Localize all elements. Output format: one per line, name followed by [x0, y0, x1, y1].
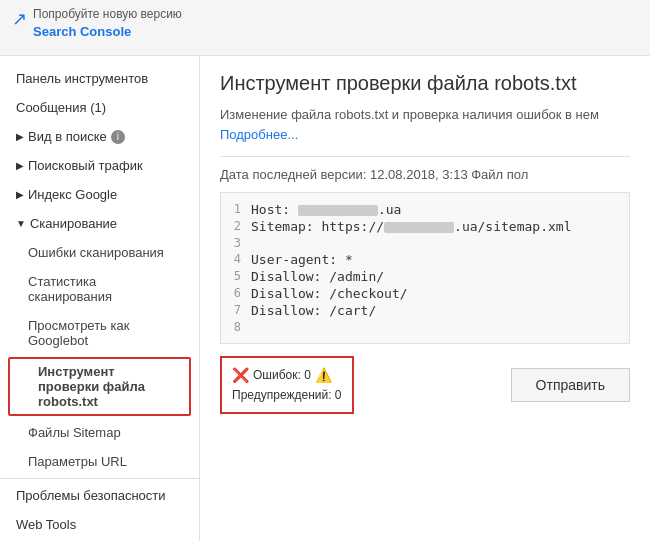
line-num-3: 3: [221, 236, 251, 250]
url-params-label: Параметры URL: [28, 454, 127, 469]
line-num-2: 2: [221, 219, 251, 234]
line-content-6: Disallow: /checkout/: [251, 286, 408, 301]
more-link[interactable]: Подробнее...: [220, 127, 298, 142]
robots-txt-code: 1 Host: .ua 2 Sitemap: https://.ua/sitem…: [220, 192, 630, 344]
code-line-1: 1 Host: .ua: [221, 201, 629, 218]
sidebar-divider: [0, 478, 199, 479]
description-text: Изменение файла robots.txt и проверка на…: [220, 107, 599, 122]
bottom-bar: ❌ Ошибок: 0 ⚠️ Предупреждений: 0 Отправи…: [220, 356, 630, 414]
sidebar-item-robots-txt[interactable]: Инструмент проверки файла robots.txt: [8, 357, 191, 416]
sidebar-item-search-traffic[interactable]: ▶ Поисковый трафик: [0, 151, 199, 180]
line-num-1: 1: [221, 202, 251, 217]
info-icon: i: [111, 130, 125, 144]
chevron-right-icon-traffic: ▶: [16, 160, 24, 171]
code-line-2: 2 Sitemap: https://.ua/sitemap.xml: [221, 218, 629, 235]
crawl-stats-label: Статистика сканирования: [28, 274, 183, 304]
line-content-7: Disallow: /cart/: [251, 303, 376, 318]
warnings-label: Предупреждений: 0: [232, 386, 342, 405]
line-content-4: User-agent: *: [251, 252, 353, 267]
errors-row: ❌ Ошибок: 0 ⚠️: [232, 364, 342, 386]
crawl-errors-label: Ошибки сканирования: [28, 245, 164, 260]
sidebar-item-search-view[interactable]: ▶ Вид в поиске i: [0, 122, 199, 151]
search-console-link[interactable]: Search Console: [33, 23, 182, 41]
chevron-right-icon-index: ▶: [16, 189, 24, 200]
sitemap-label: Файлы Sitemap: [28, 425, 121, 440]
chevron-right-icon: ▶: [16, 131, 24, 142]
content-area: Инструмент проверки файла robots.txt Изм…: [200, 56, 650, 541]
error-icon: ❌: [232, 364, 249, 386]
try-new-version-text: Попробуйте новую версию: [33, 7, 182, 21]
search-traffic-label: Поисковый трафик: [28, 158, 143, 173]
web-tools-label: Web Tools: [16, 517, 76, 532]
crawl-label: Сканирование: [30, 216, 117, 231]
code-line-3: 3: [221, 235, 629, 251]
sidebar-item-messages[interactable]: Сообщения (1): [0, 93, 199, 122]
errors-label: Ошибок: 0: [253, 366, 311, 385]
robots-txt-label: Инструмент проверки файла robots.txt: [38, 364, 175, 409]
sidebar-item-panel[interactable]: Панель инструментов: [0, 64, 199, 93]
messages-label: Сообщения (1): [16, 100, 106, 115]
sidebar-item-security[interactable]: Проблемы безопасности: [0, 481, 199, 510]
security-label: Проблемы безопасности: [16, 488, 166, 503]
line-content-5: Disallow: /admin/: [251, 269, 384, 284]
warnings-row: Предупреждений: 0: [232, 386, 342, 405]
main-layout: Панель инструментов Сообщения (1) ▶ Вид …: [0, 56, 650, 541]
submit-button[interactable]: Отправить: [511, 368, 630, 402]
chevron-down-icon-crawl: ▼: [16, 218, 26, 229]
line-num-4: 4: [221, 252, 251, 267]
fetch-as-google-label: Просмотреть как Googlebot: [28, 318, 183, 348]
warning-icon: ⚠️: [315, 364, 332, 386]
sidebar-item-crawl-stats[interactable]: Статистика сканирования: [0, 267, 199, 311]
line-num-5: 5: [221, 269, 251, 284]
line-content-2: Sitemap: https://.ua/sitemap.xml: [251, 219, 571, 234]
page-description: Изменение файла robots.txt и проверка на…: [220, 105, 630, 144]
sidebar-item-crawl[interactable]: ▼ Сканирование: [0, 209, 199, 238]
sidebar-item-sitemap[interactable]: Файлы Sitemap: [0, 418, 199, 447]
code-line-5: 5 Disallow: /admin/: [221, 268, 629, 285]
line-content-1: Host: .ua: [251, 202, 401, 217]
line-num-6: 6: [221, 286, 251, 301]
top-banner: ↗ Попробуйте новую версию Search Console: [0, 0, 650, 56]
version-info: Дата последней версии: 12.08.2018, 3:13 …: [220, 156, 630, 182]
code-line-8: 8: [221, 319, 629, 335]
page-title: Инструмент проверки файла robots.txt: [220, 72, 630, 95]
panel-label: Панель инструментов: [16, 71, 148, 86]
sidebar-item-google-index[interactable]: ▶ Индекс Google: [0, 180, 199, 209]
line-num-8: 8: [221, 320, 251, 334]
sidebar-item-url-params[interactable]: Параметры URL: [0, 447, 199, 476]
status-box: ❌ Ошибок: 0 ⚠️ Предупреждений: 0: [220, 356, 354, 414]
search-view-label: Вид в поиске: [28, 129, 107, 144]
sidebar-item-fetch-as-google[interactable]: Просмотреть как Googlebot: [0, 311, 199, 355]
code-line-7: 7 Disallow: /cart/: [221, 302, 629, 319]
banner-text: Попробуйте новую версию Search Console: [33, 6, 182, 41]
sidebar: Панель инструментов Сообщения (1) ▶ Вид …: [0, 56, 200, 541]
external-link-icon: ↗: [12, 8, 27, 30]
line-num-7: 7: [221, 303, 251, 318]
sidebar-item-web-tools[interactable]: Web Tools: [0, 510, 199, 539]
code-line-6: 6 Disallow: /checkout/: [221, 285, 629, 302]
sidebar-item-crawl-errors[interactable]: Ошибки сканирования: [0, 238, 199, 267]
google-index-label: Индекс Google: [28, 187, 117, 202]
code-line-4: 4 User-agent: *: [221, 251, 629, 268]
